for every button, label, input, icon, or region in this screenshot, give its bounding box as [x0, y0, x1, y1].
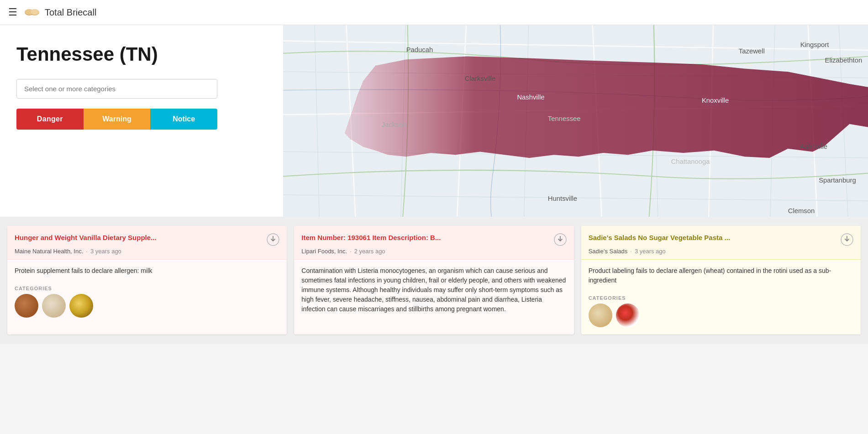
category-circle-veggies [616, 303, 640, 327]
card-body: Protein supplement fails to declare alle… [7, 260, 287, 282]
app-header: ☰ Total Briecall [0, 0, 868, 25]
state-map: Paducah Clarksville Nashville Tennessee … [283, 25, 868, 217]
card-title[interactable]: Item Number: 193061 Item Description: B.… [301, 233, 553, 242]
svg-point-3 [31, 9, 39, 15]
svg-text:Clemson: Clemson [788, 207, 815, 214]
card-company: Lipari Foods, Inc. [301, 248, 347, 255]
svg-text:Paducah: Paducah [406, 46, 433, 53]
card-company: Maine Natural Health, Inc. [15, 248, 83, 255]
card-title-row: Sadie's Salads No Sugar Vegetable Pasta … [589, 233, 853, 246]
state-title: Tennessee (TN) [16, 43, 267, 65]
card-title[interactable]: Sadie's Salads No Sugar Vegetable Pasta … [589, 233, 841, 242]
card-header: Sadie's Salads No Sugar Vegetable Pasta … [581, 226, 861, 260]
notice-filter-button[interactable]: Notice [150, 109, 217, 130]
app-title: Total Briecall [45, 7, 96, 18]
category-circle-2 [42, 294, 66, 318]
card-company: Sadie's Salads [589, 248, 628, 255]
recall-icon [841, 233, 853, 246]
card-body: Product labeling fails to declare allerg… [581, 260, 861, 292]
category-circle-bread [589, 303, 612, 327]
card-meta: Lipari Foods, Inc. · 2 years ago [301, 248, 566, 255]
recall-card: Item Number: 193061 Item Description: B.… [294, 226, 573, 335]
card-header: Item Number: 193061 Item Description: B.… [294, 226, 573, 260]
hamburger-menu-icon[interactable]: ☰ [8, 6, 17, 18]
card-description: Product labeling fails to declare allerg… [589, 266, 853, 285]
warning-filter-button[interactable]: Warning [84, 109, 151, 130]
svg-text:Knoxville: Knoxville [702, 97, 729, 104]
svg-text:Nashville: Nashville [517, 94, 544, 101]
danger-filter-button[interactable]: Danger [16, 109, 84, 130]
card-description: Protein supplement fails to declare alle… [15, 266, 279, 276]
recall-card: Sadie's Salads No Sugar Vegetable Pasta … [581, 226, 861, 335]
categories-label: CATEGORIES [581, 292, 861, 303]
svg-text:Elizabethton: Elizabethton [825, 57, 863, 64]
recall-card: Hunger and Weight Vanilla Dietary Supple… [7, 226, 287, 335]
card-body: Contamination with Listeria monocytogene… [294, 260, 573, 320]
categories-label: CATEGORIES [7, 282, 287, 294]
hero-section: Tennessee (TN) Danger Warning Notice [0, 25, 868, 217]
card-header: Hunger and Weight Vanilla Dietary Supple… [7, 226, 287, 260]
cards-section: Hunger and Weight Vanilla Dietary Supple… [0, 217, 868, 344]
category-circle-1 [15, 294, 38, 318]
card-age: 3 years ago [635, 248, 666, 255]
card-categories [7, 294, 287, 325]
card-age: 3 years ago [90, 248, 121, 255]
svg-text:Clarksville: Clarksville [465, 75, 496, 82]
svg-text:Huntsville: Huntsville [548, 195, 577, 202]
category-circle-3 [69, 294, 93, 318]
recall-icon [267, 233, 279, 246]
hero-left-panel: Tennessee (TN) Danger Warning Notice [0, 25, 283, 217]
svg-text:Jackson: Jackson [382, 121, 406, 128]
svg-text:Chattanooga: Chattanooga [671, 158, 710, 165]
svg-text:Tennessee: Tennessee [548, 115, 581, 122]
svg-text:Kingsport: Kingsport [800, 41, 830, 48]
svg-text:Tazewell: Tazewell [739, 47, 765, 55]
card-description: Contamination with Listeria monocytogene… [301, 266, 566, 314]
svg-text:Spartanburg: Spartanburg [819, 177, 856, 184]
map-svg: Paducah Clarksville Nashville Tennessee … [283, 25, 868, 217]
svg-text:Asheville: Asheville [800, 143, 827, 150]
card-title-row: Item Number: 193061 Item Description: B.… [301, 233, 566, 246]
card-title-row: Hunger and Weight Vanilla Dietary Supple… [15, 233, 279, 246]
card-meta: Sadie's Salads · 3 years ago [589, 248, 853, 255]
card-title[interactable]: Hunger and Weight Vanilla Dietary Supple… [15, 233, 267, 242]
category-search-input[interactable] [16, 79, 217, 99]
card-age: 2 years ago [354, 248, 385, 255]
card-categories [581, 303, 861, 335]
card-meta: Maine Natural Health, Inc. · 3 years ago [15, 248, 279, 255]
recall-icon [554, 233, 567, 246]
filter-buttons: Danger Warning Notice [16, 109, 217, 130]
app-logo-icon [24, 4, 40, 21]
